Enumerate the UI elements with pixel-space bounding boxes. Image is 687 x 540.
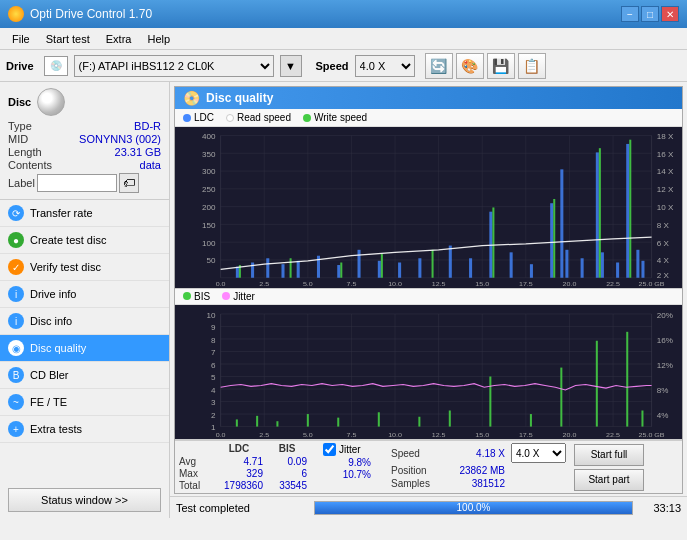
- toolbar-icon-4[interactable]: 📋: [518, 53, 546, 79]
- disc-length-value: 23.31 GB: [115, 146, 161, 158]
- svg-rect-71: [616, 263, 619, 278]
- svg-text:4: 4: [211, 386, 216, 394]
- nav-label-disc-quality: Disc quality: [30, 342, 86, 354]
- menu-start-test[interactable]: Start test: [38, 31, 98, 47]
- svg-rect-144: [626, 332, 628, 427]
- legend-ldc-label: LDC: [194, 112, 214, 123]
- nav-disc-quality[interactable]: ◉ Disc quality: [0, 335, 169, 362]
- drive-arrow-button[interactable]: ▼: [280, 55, 302, 77]
- speed-select-top[interactable]: 4.0 X 1.0 X 2.0 X 8.0 X Max: [355, 55, 415, 77]
- chart2-svg: 10 9 8 7 6 5 4 3 2 1 20% 16% 12%: [175, 305, 682, 439]
- status-window-button[interactable]: Status window >>: [8, 488, 161, 512]
- svg-rect-50: [251, 263, 254, 278]
- svg-rect-58: [398, 263, 401, 278]
- svg-rect-132: [236, 419, 238, 426]
- legend-write-speed-dot: [303, 114, 311, 122]
- disc-label-input[interactable]: [37, 174, 117, 192]
- max-label: Max: [179, 468, 211, 479]
- nav-disc-info[interactable]: i Disc info: [0, 308, 169, 335]
- progress-fill: 100.0%: [315, 502, 632, 514]
- chart1-container: 400 350 300 250 200 150 100 50 18 X 16 X…: [175, 127, 682, 289]
- svg-rect-52: [281, 264, 284, 278]
- nav-transfer-rate[interactable]: ⟳ Transfer rate: [0, 200, 169, 227]
- disc-label-icon-btn[interactable]: 🏷: [119, 173, 139, 193]
- legend-jitter-dot: [222, 292, 230, 300]
- svg-rect-81: [553, 199, 555, 278]
- svg-rect-76: [290, 258, 292, 277]
- max-ldc: 329: [215, 468, 263, 479]
- total-bis: 33545: [267, 480, 307, 491]
- toolbar-icon-1[interactable]: 🔄: [425, 53, 453, 79]
- svg-text:10.0: 10.0: [388, 432, 402, 439]
- stats-row: LDC BIS Avg 4.71 0.09 Max 329 6 Total: [175, 440, 682, 493]
- disc-length-label: Length: [8, 146, 42, 158]
- svg-text:17.5: 17.5: [519, 281, 533, 287]
- nav-icon-create-test-disc: ●: [8, 232, 24, 248]
- speed-select-stats[interactable]: 4.0 X 1.0 X 2.0 X 8.0 X: [511, 443, 566, 463]
- svg-text:6: 6: [211, 361, 216, 369]
- svg-rect-53: [297, 261, 300, 278]
- toolbar-icon-3[interactable]: 💾: [487, 53, 515, 79]
- toolbar-icon-2[interactable]: 🎨: [456, 53, 484, 79]
- disc-contents-row: Contents data: [8, 159, 161, 171]
- samples-row: Samples 381512: [391, 478, 566, 489]
- svg-rect-82: [599, 148, 601, 278]
- nav-verify-test-disc[interactable]: ✓ Verify test disc: [0, 254, 169, 281]
- svg-text:22.5: 22.5: [606, 432, 620, 439]
- svg-rect-137: [378, 412, 380, 426]
- total-row: Total 1798360 33545: [179, 480, 307, 491]
- chart2-container: 10 9 8 7 6 5 4 3 2 1 20% 16% 12%: [175, 305, 682, 440]
- position-label: Position: [391, 465, 441, 476]
- nav-create-test-disc[interactable]: ● Create test disc: [0, 227, 169, 254]
- menu-extra[interactable]: Extra: [98, 31, 140, 47]
- drive-bar: Drive 💿 (F:) ATAPI iHBS112 2 CL0K ▼ Spee…: [0, 50, 687, 82]
- disc-mid-label: MID: [8, 133, 28, 145]
- bis-header: BIS: [267, 443, 307, 454]
- jitter-checkbox[interactable]: [323, 443, 336, 456]
- svg-text:7.5: 7.5: [347, 432, 357, 439]
- samples-value: 381512: [445, 478, 505, 489]
- legend-write-speed-label: Write speed: [314, 112, 367, 123]
- menu-file[interactable]: File: [4, 31, 38, 47]
- drive-select[interactable]: (F:) ATAPI iHBS112 2 CL0K: [74, 55, 274, 77]
- svg-text:350: 350: [202, 150, 216, 158]
- legend-read-speed-dot: [226, 114, 234, 122]
- title-bar-controls: − □ ✕: [621, 6, 679, 22]
- nav-drive-info[interactable]: i Drive info: [0, 281, 169, 308]
- svg-rect-84: [175, 305, 682, 439]
- max-row: Max 329 6: [179, 468, 307, 479]
- title-bar: Opti Drive Control 1.70 − □ ✕: [0, 0, 687, 28]
- svg-rect-70: [601, 252, 604, 277]
- svg-text:10: 10: [207, 311, 216, 319]
- nav-icon-disc-quality: ◉: [8, 340, 24, 356]
- svg-text:3: 3: [211, 398, 216, 406]
- max-jitter-row: 10.7%: [323, 469, 371, 480]
- svg-text:20%: 20%: [657, 311, 673, 319]
- svg-rect-138: [418, 417, 420, 427]
- svg-rect-80: [492, 207, 494, 277]
- nav-fe-te[interactable]: ~ FE / TE: [0, 389, 169, 416]
- sidebar: Disc Type BD-R MID SONYNN3 (002) Length …: [0, 82, 170, 518]
- avg-row: Avg 4.71 0.09: [179, 456, 307, 467]
- nav-extra-tests[interactable]: + Extra tests: [0, 416, 169, 443]
- legend-read-speed-label: Read speed: [237, 112, 291, 123]
- disc-type-row: Type BD-R: [8, 120, 161, 132]
- nav-label-fe-te: FE / TE: [30, 396, 67, 408]
- nav-cd-bler[interactable]: B CD Bler: [0, 362, 169, 389]
- main-content: Disc Type BD-R MID SONYNN3 (002) Length …: [0, 82, 687, 518]
- svg-text:250: 250: [202, 186, 216, 194]
- drive-label: Drive: [6, 60, 34, 72]
- start-part-button[interactable]: Start part: [574, 469, 644, 491]
- svg-rect-49: [236, 267, 239, 278]
- window-title: Opti Drive Control 1.70: [30, 7, 152, 21]
- svg-text:100: 100: [202, 239, 216, 247]
- legend-ldc: LDC: [183, 112, 214, 123]
- nav-icon-fe-te: ~: [8, 394, 24, 410]
- start-full-button[interactable]: Start full: [574, 444, 644, 466]
- avg-label: Avg: [179, 456, 211, 467]
- ldc-header: LDC: [215, 443, 263, 454]
- menu-help[interactable]: Help: [139, 31, 178, 47]
- close-button[interactable]: ✕: [661, 6, 679, 22]
- maximize-button[interactable]: □: [641, 6, 659, 22]
- minimize-button[interactable]: −: [621, 6, 639, 22]
